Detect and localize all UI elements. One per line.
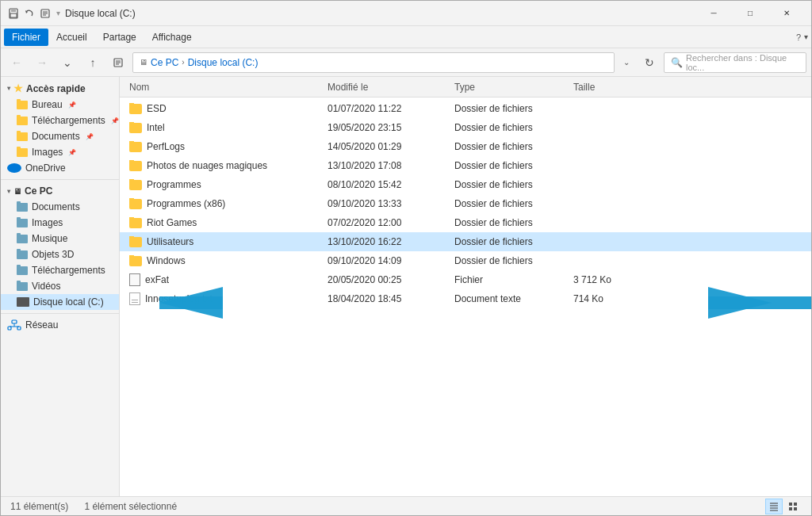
sidebar-item-telechargements[interactable]: Téléchargements 📌 xyxy=(1,113,119,128)
maximize-button[interactable]: □ xyxy=(732,1,768,26)
file-name: Programmes (x86) xyxy=(126,198,324,209)
file-row[interactable]: Photos de nuages magiques 13/10/2020 17:… xyxy=(120,156,811,175)
close-button[interactable]: ✕ xyxy=(768,1,805,26)
address-bar[interactable]: 🖥 Ce PC › Disque local (C:) xyxy=(132,52,615,73)
sidebar-divider-2 xyxy=(1,313,119,314)
sidebar-item-docs[interactable]: Documents xyxy=(1,199,119,215)
col-header-size[interactable]: Taille xyxy=(570,82,649,93)
network-icon xyxy=(7,319,21,331)
window-controls: ─ □ ✕ xyxy=(695,1,805,26)
large-icons-view-button[interactable] xyxy=(784,499,802,514)
file-name: Innosetuplog.txt xyxy=(126,292,324,305)
folder-icon xyxy=(129,161,142,171)
col-header-name[interactable]: Nom xyxy=(126,82,324,93)
sidebar-label-musique: Musique xyxy=(32,233,67,244)
file-row[interactable]: Intel 19/05/2020 23:15 Dossier de fichie… xyxy=(120,118,811,137)
folder-icon-documents xyxy=(17,132,28,141)
file-type: Dossier de fichiers xyxy=(451,103,570,114)
file-name-text: Windows xyxy=(147,255,186,266)
search-bar[interactable]: 🔍 Rechercher dans : Disque loc... xyxy=(664,52,806,73)
sidebar-item-images-quick[interactable]: Images 📌 xyxy=(1,144,119,160)
this-pc-chevron: ▾ xyxy=(7,188,10,195)
file-row[interactable]: Riot Games 07/02/2020 12:00 Dossier de f… xyxy=(120,213,811,232)
file-modified: 01/07/2020 11:22 xyxy=(324,103,451,114)
sidebar-item-documents[interactable]: Documents 📌 xyxy=(1,128,119,144)
explorer-window: ▾ Disque local (C:) ─ □ ✕ Fichier Accuei… xyxy=(0,0,812,516)
folder-icon xyxy=(129,237,142,247)
svg-rect-2 xyxy=(10,13,17,17)
file-row[interactable]: ESD 01/07/2020 11:22 Dossier de fichiers xyxy=(120,99,811,118)
sidebar-item-bureau[interactable]: Bureau 📌 xyxy=(1,97,119,113)
file-row[interactable]: Programmes 08/10/2020 15:42 Dossier de f… xyxy=(120,175,811,194)
main-area: ▾ ★ Accès rapide Bureau 📌 Téléchargement… xyxy=(1,77,811,496)
details-view-button[interactable] xyxy=(765,499,783,514)
quick-save-icon[interactable] xyxy=(7,7,20,20)
address-pc-icon: 🖥 xyxy=(140,58,147,67)
computer-icon: 🖥 xyxy=(13,187,21,196)
file-modified: 09/10/2020 14:09 xyxy=(324,255,451,266)
sidebar-item-downloads-pc[interactable]: Téléchargements xyxy=(1,262,119,278)
file-name-text: Photos de nuages magiques xyxy=(147,160,267,171)
folder-icon xyxy=(129,123,142,133)
file-name-text: Innosetuplog.txt xyxy=(145,293,213,304)
folder-icon xyxy=(129,218,142,228)
sidebar-item-onedrive[interactable]: OneDrive xyxy=(1,160,119,176)
folder-icon-telechargements xyxy=(17,117,28,125)
sidebar-this-pc-header[interactable]: ▾ 🖥 Ce PC xyxy=(1,183,119,199)
dropdown-arrow-icon[interactable]: ▾ xyxy=(56,9,60,17)
recent-locations-button[interactable] xyxy=(107,52,129,74)
forward-button[interactable]: → xyxy=(31,52,53,74)
refresh-button[interactable]: ↻ xyxy=(638,52,661,73)
svg-rect-1 xyxy=(11,9,16,12)
address-drive[interactable]: Disque local (C:) xyxy=(188,57,259,68)
file-name: Photos de nuages magiques xyxy=(126,160,324,171)
file-row[interactable]: Utilisateurs 13/10/2020 16:22 Dossier de… xyxy=(120,232,811,251)
menu-accueil[interactable]: Accueil xyxy=(48,29,95,46)
back-button[interactable]: ← xyxy=(6,52,28,74)
drive-c-icon xyxy=(17,297,29,307)
file-modified: 18/04/2020 18:45 xyxy=(324,293,451,304)
file-row[interactable]: exFat 20/05/2020 00:25 Fichier 3 712 Ko xyxy=(120,270,811,289)
item-count: 11 élément(s) xyxy=(10,501,68,512)
menu-partage[interactable]: Partage xyxy=(95,29,144,46)
dropdown-history-button[interactable]: ⌄ xyxy=(56,52,79,74)
col-header-type[interactable]: Type xyxy=(451,82,570,93)
sidebar-item-objets3d[interactable]: Objets 3D xyxy=(1,247,119,262)
expand-icon[interactable]: ▾ xyxy=(804,32,808,41)
search-placeholder: Rechercher dans : Disque loc... xyxy=(686,53,799,72)
file-row[interactable]: PerfLogs 14/05/2020 01:29 Dossier de fic… xyxy=(120,137,811,156)
folder-icon xyxy=(129,142,142,152)
folder-icon-videos xyxy=(17,282,28,291)
sidebar-label-telechargements: Téléchargements xyxy=(32,115,105,126)
undo-icon[interactable] xyxy=(23,7,36,20)
sidebar-item-disque-c[interactable]: Disque local (C:) xyxy=(1,294,119,310)
file-name: exFat xyxy=(126,273,324,286)
col-header-modified[interactable]: Modifié le xyxy=(324,82,451,93)
menu-affichage[interactable]: Affichage xyxy=(144,29,200,46)
file-name-text: Programmes (x86) xyxy=(147,198,225,209)
file-modified: 07/02/2020 12:00 xyxy=(324,217,451,228)
sidebar-item-reseau[interactable]: Réseau xyxy=(1,317,119,333)
file-row[interactable]: Windows 09/10/2020 14:09 Dossier de fich… xyxy=(120,251,811,270)
up-button[interactable]: ↑ xyxy=(82,52,104,74)
quick-access-star-icon: ★ xyxy=(13,82,23,94)
sidebar-item-musique[interactable]: Musique xyxy=(1,231,119,247)
folder-icon-docs xyxy=(17,203,28,212)
file-row[interactable]: Innosetuplog.txt 18/04/2020 18:45 Docume… xyxy=(120,289,811,308)
sidebar: ▾ ★ Accès rapide Bureau 📌 Téléchargement… xyxy=(1,77,120,496)
sidebar-item-images-pc[interactable]: Images xyxy=(1,215,119,231)
svg-rect-25 xyxy=(789,503,792,506)
file-modified: 13/10/2020 16:22 xyxy=(324,236,451,247)
sidebar-label-images-quick: Images xyxy=(32,147,63,158)
file-type: Dossier de fichiers xyxy=(451,160,570,171)
help-icon[interactable]: ? xyxy=(796,32,801,42)
menu-fichier[interactable]: Fichier xyxy=(4,29,48,46)
file-row[interactable]: Programmes (x86) 09/10/2020 13:33 Dossie… xyxy=(120,194,811,213)
address-dropdown-button[interactable]: ⌄ xyxy=(618,52,635,73)
minimize-button[interactable]: ─ xyxy=(695,1,732,26)
sidebar-item-videos[interactable]: Vidéos xyxy=(1,278,119,294)
properties-icon[interactable] xyxy=(39,7,52,20)
address-this-pc[interactable]: Ce PC xyxy=(151,57,178,68)
sidebar-quick-access-header[interactable]: ▾ ★ Accès rapide xyxy=(1,80,119,97)
file-type: Dossier de fichiers xyxy=(451,122,570,133)
